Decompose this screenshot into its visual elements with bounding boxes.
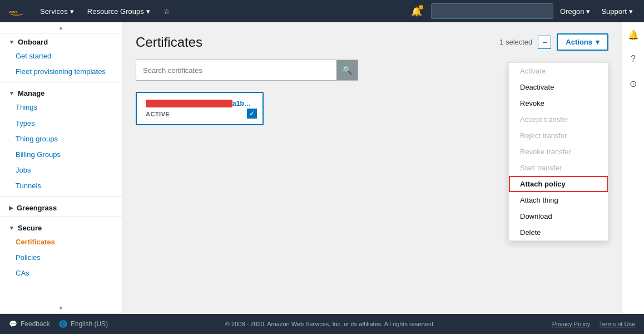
sidebar-divider-2 bbox=[0, 197, 122, 197]
dropdown-item-revoke-transfer: Revoke transfer bbox=[509, 144, 608, 160]
sidebar-scroll-down[interactable]: ▼ bbox=[0, 303, 122, 314]
sidebar-divider-1 bbox=[0, 82, 122, 82]
actions-button[interactable]: Actions ▾ bbox=[557, 33, 608, 51]
certificate-card[interactable]: ████████████████a1b2c3d4e5f6789... ACTIV… bbox=[136, 92, 264, 125]
actions-dropdown-menu: Activate Deactivate Revoke Accept transf… bbox=[508, 62, 608, 241]
right-panel: 🔔 ? ⊙ bbox=[622, 22, 644, 314]
certificate-id: ████████████████a1b2c3d4e5f6789... bbox=[146, 100, 254, 107]
header-actions: 1 selected − Actions ▾ Activate Deactiva… bbox=[499, 33, 608, 51]
search-input[interactable] bbox=[136, 62, 336, 79]
sidebar-scroll-up[interactable]: ▲ bbox=[0, 22, 122, 33]
deselect-button[interactable]: − bbox=[538, 36, 551, 49]
footer: 💬 Feedback 🌐 English (US) © 2008 - 2020,… bbox=[0, 314, 644, 334]
dropdown-item-deactivate[interactable]: Deactivate bbox=[509, 79, 608, 95]
globe-icon: 🌐 bbox=[59, 320, 67, 328]
sidebar-item-thing-groups[interactable]: Thing groups bbox=[0, 131, 122, 147]
sidebar-item-tunnels[interactable]: Tunnels bbox=[0, 178, 122, 194]
sidebar-item-billing-groups[interactable]: Billing Groups bbox=[0, 147, 122, 163]
privacy-policy-link[interactable]: Privacy Policy bbox=[552, 321, 590, 327]
sidebar-divider-3 bbox=[0, 217, 122, 217]
sidebar-item-things[interactable]: Things bbox=[0, 100, 122, 115]
help-icon[interactable]: ? bbox=[626, 51, 641, 67]
certificate-checkbox[interactable]: ✓ bbox=[247, 109, 257, 119]
aws-logo: aws bbox=[7, 5, 27, 17]
svg-text:aws: aws bbox=[9, 9, 18, 14]
notifications-button[interactable]: 🔔 bbox=[407, 4, 427, 19]
sidebar-section-manage[interactable]: ▼ Manage bbox=[0, 85, 122, 100]
dropdown-item-accept-transfer: Accept transfer bbox=[509, 111, 608, 127]
sidebar-item-cas[interactable]: CAs bbox=[0, 266, 122, 281]
sidebar-item-fleet-provisioning[interactable]: Fleet provisioning templates bbox=[0, 64, 122, 80]
selected-count: 1 selected bbox=[499, 38, 532, 46]
footer-copyright: © 2008 - 2020, Amazon Web Services, Inc.… bbox=[108, 321, 552, 327]
top-navigation: aws Services ▾ Resource Groups ▾ ☆ 🔔 Ore… bbox=[0, 0, 644, 22]
dropdown-item-attach-policy[interactable]: Attach policy bbox=[509, 176, 608, 192]
sidebar-section-onboard[interactable]: ▼ Onboard bbox=[0, 33, 122, 48]
language-selector[interactable]: 🌐 English (US) bbox=[59, 320, 108, 328]
favorites-button[interactable]: ☆ bbox=[159, 5, 175, 18]
actions-dropdown-container: Actions ▾ Activate Deactivate Revoke Acc… bbox=[557, 33, 608, 51]
sidebar: ▲ ▼ Onboard Get started Fleet provisioni… bbox=[0, 22, 122, 314]
dropdown-item-activate: Activate bbox=[509, 63, 608, 79]
dropdown-item-attach-thing[interactable]: Attach thing bbox=[509, 192, 608, 208]
dropdown-item-reject-transfer: Reject transfer bbox=[509, 127, 608, 144]
support-menu-button[interactable]: Support ▾ bbox=[597, 5, 637, 18]
sidebar-section-secure[interactable]: ▼ Secure bbox=[0, 219, 122, 234]
dropdown-item-delete[interactable]: Delete bbox=[509, 224, 608, 240]
dropdown-item-revoke[interactable]: Revoke bbox=[509, 95, 608, 111]
sidebar-item-policies[interactable]: Policies bbox=[0, 250, 122, 266]
content-header: Certificates 1 selected − Actions ▾ Acti… bbox=[136, 33, 608, 51]
notification-dot bbox=[419, 5, 423, 9]
main-layout: ▲ ▼ Onboard Get started Fleet provisioni… bbox=[0, 22, 644, 314]
footer-links: Privacy Policy Terms of Use bbox=[552, 321, 635, 327]
region-menu-button[interactable]: Oregon ▾ bbox=[556, 5, 595, 18]
search-button[interactable]: 🔍 bbox=[336, 60, 358, 80]
terms-of-use-link[interactable]: Terms of Use bbox=[599, 321, 635, 327]
dropdown-item-download[interactable]: Download bbox=[509, 208, 608, 224]
activity-icon[interactable]: ⊙ bbox=[626, 76, 641, 91]
sidebar-item-jobs[interactable]: Jobs bbox=[0, 163, 122, 178]
sidebar-item-types[interactable]: Types bbox=[0, 116, 122, 131]
services-menu-button[interactable]: Services ▾ bbox=[36, 5, 78, 18]
greengrass-arrow-icon: ▶ bbox=[9, 205, 13, 211]
sidebar-item-certificates[interactable]: Certificates bbox=[0, 234, 122, 250]
nav-right: 🔔 Oregon ▾ Support ▾ bbox=[407, 3, 637, 19]
sidebar-section-greengrass[interactable]: ▶ Greengrass bbox=[0, 199, 122, 214]
search-bar: 🔍 bbox=[136, 60, 358, 81]
global-search-input[interactable] bbox=[431, 3, 553, 19]
actions-chevron-icon: ▾ bbox=[596, 38, 600, 46]
main-content: Certificates 1 selected − Actions ▾ Acti… bbox=[122, 22, 622, 314]
resource-groups-menu-button[interactable]: Resource Groups ▾ bbox=[83, 5, 155, 18]
search-icon: 🔍 bbox=[342, 65, 353, 75]
notification-panel-icon[interactable]: 🔔 bbox=[626, 27, 641, 42]
manage-arrow-icon: ▼ bbox=[9, 90, 14, 96]
sidebar-item-get-started[interactable]: Get started bbox=[0, 48, 122, 64]
secure-arrow-icon: ▼ bbox=[9, 225, 14, 231]
certificate-status: ACTIVE bbox=[146, 111, 254, 117]
page-title: Certificates bbox=[136, 35, 499, 50]
dropdown-item-start-transfer: Start transfer bbox=[509, 160, 608, 176]
chat-icon: 💬 bbox=[9, 320, 17, 328]
feedback-button[interactable]: 💬 Feedback bbox=[9, 320, 50, 328]
onboard-arrow-icon: ▼ bbox=[9, 39, 14, 45]
